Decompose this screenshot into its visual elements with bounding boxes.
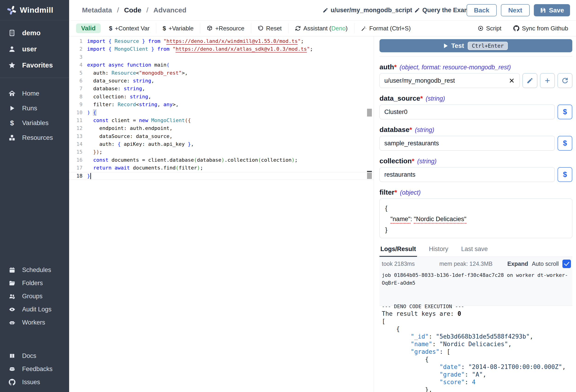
pencil-icon: [526, 77, 533, 84]
filter-json-editor[interactable]: { "name": "Nordic Delicacies"}: [379, 198, 572, 238]
code-line[interactable]: 13 dataSource: data_source,: [69, 132, 374, 140]
play-icon: [444, 44, 448, 48]
back-button[interactable]: Back: [466, 4, 497, 16]
database-input[interactable]: sample_restaurants: [379, 136, 555, 151]
code-line[interactable]: 10) {: [69, 109, 374, 116]
valid-status-badge: Valid: [76, 24, 101, 33]
topbar: Metadata/Code/Advanced u/user/my_mongodb…: [69, 0, 576, 20]
target-icon: [478, 25, 484, 31]
test-button[interactable]: Test Ctrl+Enter: [379, 39, 572, 52]
sidebar-item-resources[interactable]: Resources: [0, 130, 69, 145]
breadcrumb: Metadata/Code/Advanced: [82, 6, 186, 14]
tab-advanced[interactable]: Advanced: [153, 6, 186, 14]
code-line[interactable]: 1import { Resource } from "https://deno.…: [69, 37, 374, 45]
sidebar-item-label: Favorites: [22, 61, 53, 69]
toolbar-button-label: Assistant (: [303, 25, 331, 32]
windmill-logo[interactable]: Windmill: [0, 0, 69, 20]
database-insert-variable-button[interactable]: $: [558, 136, 572, 151]
code-line[interactable]: 9 filter: Record<string, any>,: [69, 101, 374, 109]
sidebar-item-audit-logs[interactable]: Audit Logs: [0, 303, 69, 316]
code-line[interactable]: 7 database: string,: [69, 85, 374, 93]
sidebar-item-favorites[interactable]: Favorites: [0, 57, 69, 73]
plus-icon: [544, 77, 551, 84]
collection-insert-variable-button[interactable]: $: [558, 167, 572, 182]
toolbar-script-button[interactable]: Script: [478, 23, 501, 33]
script-path-edit[interactable]: u/user/my_mongodb_script: [322, 0, 412, 20]
code-line[interactable]: 18}: [69, 172, 374, 180]
star-icon: [8, 61, 16, 69]
result-json-line: "date": "2014-08-21T00:00:00.000Z",: [382, 363, 572, 371]
app-title: Windmill: [20, 5, 53, 15]
refresh-resource-button[interactable]: [558, 73, 572, 88]
save-button[interactable]: Save: [534, 4, 570, 16]
filter-field-label: filter* (object): [379, 188, 572, 196]
tab-last-save[interactable]: Last save: [460, 243, 489, 256]
code-line[interactable]: 3: [69, 53, 374, 61]
tab-logs-result[interactable]: Logs/Result: [379, 243, 417, 257]
toolbar-resource-button[interactable]: +Resource: [200, 23, 251, 33]
auth-field-label: auth* (object, format: resource-mongodb_…: [379, 63, 572, 71]
code-line[interactable]: 2import { MongoClient } from "https://de…: [69, 45, 374, 53]
sidebar-item-label: Feedbacks: [22, 365, 53, 373]
sidebar-item-issues[interactable]: Issues: [0, 376, 69, 389]
code-line[interactable]: 12 endpoint: auth.endpoint,: [69, 124, 374, 132]
pencil-icon: [322, 7, 328, 13]
edit-resource-button[interactable]: [522, 73, 537, 88]
tab-code[interactable]: Code: [124, 6, 141, 14]
line-number: 13: [69, 132, 83, 140]
sidebar-item-docs[interactable]: Docs: [0, 349, 69, 363]
code-line[interactable]: 11 const client = new MongoClient({: [69, 116, 374, 124]
autoscroll-checkbox[interactable]: [562, 260, 571, 268]
toolbar-format-ctrl-s-button[interactable]: Format (Ctrl+S): [354, 23, 417, 33]
sidebar-item-workers[interactable]: Workers: [0, 316, 69, 329]
groups-icon: [8, 293, 16, 300]
run-panel: Test Ctrl+Enter auth* (object, format: r…: [374, 36, 576, 392]
auth-resource-input[interactable]: u/user/my_mongodb_rest: [379, 73, 520, 88]
sidebar-item-schedules[interactable]: Schedules: [0, 263, 69, 277]
result-json-line: {: [382, 356, 572, 363]
code-line[interactable]: 14 auth: { apiKey: auth.api_key },: [69, 140, 374, 148]
code-line[interactable]: 16 const documents = client.database(dat…: [69, 156, 374, 164]
data_source-insert-variable-button[interactable]: $: [558, 105, 572, 119]
code-editor[interactable]: 1import { Resource } from "https://deno.…: [69, 36, 374, 392]
toolbar-variable-button[interactable]: $+Variable: [156, 23, 200, 33]
expand-button[interactable]: Expand: [507, 260, 528, 267]
line-number: 17: [69, 164, 83, 172]
tab-metadata[interactable]: Metadata: [82, 6, 112, 14]
add-resource-button[interactable]: [540, 73, 555, 88]
toolbar-assistant-button[interactable]: Assistant (Deno): [288, 23, 354, 33]
clear-resource-icon[interactable]: [509, 77, 515, 84]
sidebar-item-groups[interactable]: Groups: [0, 290, 69, 303]
toolbar-reset-button[interactable]: Reset: [251, 23, 288, 33]
sidebar: Windmill demouserFavorites HomeRuns$Vari…: [0, 0, 69, 392]
toolbar-button-label: Format (Ctrl+S): [369, 25, 411, 32]
next-button[interactable]: Next: [501, 4, 530, 16]
code-line[interactable]: 8 collection: string,: [69, 93, 374, 101]
sidebar-item-folders[interactable]: Folders: [0, 277, 69, 290]
code-line[interactable]: 6 data_source: string,: [69, 77, 374, 85]
code-line[interactable]: 17 return await documents.find(filter);: [69, 164, 374, 172]
toolbar-sync-from-github-button[interactable]: Sync from Github: [513, 23, 568, 33]
sidebar-item-runs[interactable]: Runs: [0, 101, 69, 116]
line-number: 4: [69, 61, 83, 69]
sidebar-item-variables[interactable]: $Variables: [0, 116, 69, 130]
overview-ruler-mark: [367, 109, 372, 116]
code-line[interactable]: 4export async function main(: [69, 61, 374, 69]
code-line[interactable]: 5 auth: Resource<"mongodb_rest">,: [69, 69, 374, 77]
workspace-group: demouserFavorites: [0, 20, 69, 73]
toolbar-context-var-button[interactable]: $+Context Var: [103, 23, 156, 33]
data_source-input[interactable]: Cluster0: [379, 105, 555, 119]
toolbar-button-label: +Context Var: [115, 25, 150, 32]
code-line[interactable]: 15 });: [69, 148, 374, 156]
sidebar-item-label: Home: [22, 90, 39, 97]
sidebar-item-home[interactable]: Home: [0, 86, 69, 101]
line-number: 11: [69, 116, 83, 124]
sidebar-item-label: Docs: [22, 352, 36, 360]
sidebar-item-demo[interactable]: demo: [0, 25, 69, 41]
discord-icon: [8, 366, 16, 372]
collection-input[interactable]: restaurants: [379, 167, 555, 182]
tab-history[interactable]: History: [428, 243, 449, 256]
home-icon: [8, 90, 16, 97]
sidebar-item-feedbacks[interactable]: Feedbacks: [0, 363, 69, 376]
sidebar-item-user[interactable]: user: [0, 41, 69, 57]
